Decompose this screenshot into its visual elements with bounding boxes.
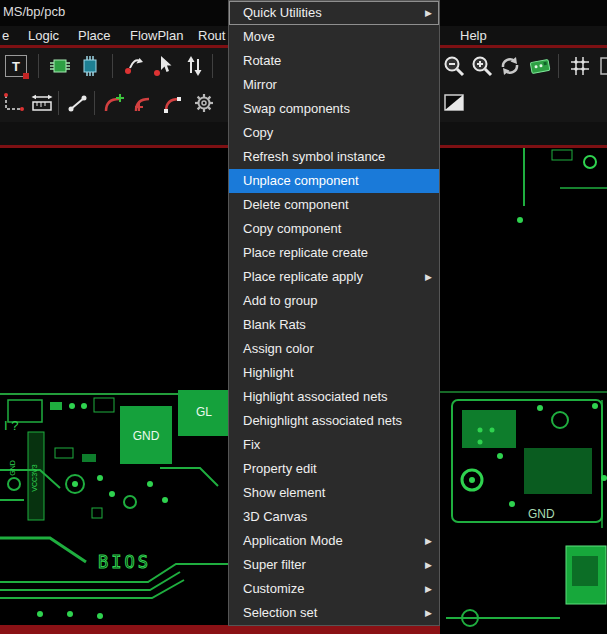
gnd-label-left: GND	[133, 429, 160, 443]
zoom-in-icon	[470, 54, 494, 78]
clipped-toolbar-button[interactable]	[596, 52, 607, 80]
ruler-button[interactable]	[28, 89, 56, 117]
gnd-label-partial: GL	[196, 405, 212, 419]
context-menu-item-copy[interactable]: Copy	[229, 121, 439, 145]
menu-file-partial[interactable]: e	[2, 26, 9, 45]
move-cursor-icon	[152, 54, 176, 78]
submenu-arrow-icon: ▶	[425, 1, 432, 25]
toolbar-separator	[558, 54, 559, 78]
window-title: MS/bp/pcb	[3, 4, 65, 19]
segment-icon	[66, 91, 90, 115]
context-menu-item-dehighlight-associated-nets[interactable]: Dehighlight associated nets	[229, 409, 439, 433]
context-menu-item-application-mode[interactable]: Application Mode ▶	[229, 529, 439, 553]
context-menu-item-highlight[interactable]: Highlight	[229, 361, 439, 385]
context-menu-item-assign-color[interactable]: Assign color	[229, 337, 439, 361]
component-teal-icon	[78, 54, 102, 78]
context-menu-item-place-replicate-create[interactable]: Place replicate create	[229, 241, 439, 265]
menu-item-label: Move	[243, 29, 275, 44]
menu-item-label: Add to group	[243, 293, 317, 308]
grid-toggle-button[interactable]	[566, 52, 594, 80]
menu-item-label: Highlight	[243, 365, 294, 380]
segment-button[interactable]	[64, 89, 92, 117]
settings-button[interactable]	[190, 89, 218, 117]
context-menu-item-delete-component[interactable]: Delete component	[229, 193, 439, 217]
toolbar-separator	[112, 54, 113, 78]
zoom-out-button[interactable]	[440, 52, 468, 80]
menu-flowplan[interactable]: FlowPlan	[130, 26, 183, 45]
shade-mode-button[interactable]	[440, 89, 468, 117]
context-menu-item-swap-components[interactable]: Swap components	[229, 97, 439, 121]
pcb-board-icon	[528, 54, 552, 78]
gnd-label-right: GND	[528, 507, 555, 521]
toolbar-separator	[38, 54, 39, 78]
context-menu-item-selection-set[interactable]: Selection set ▶	[229, 601, 439, 625]
submenu-arrow-icon: ▶	[425, 529, 432, 553]
redraw-button[interactable]	[496, 52, 524, 80]
context-menu-item-super-filter[interactable]: Super filter ▶	[229, 553, 439, 577]
menu-item-label: Assign color	[243, 341, 314, 356]
fillet-edit-icon	[132, 91, 156, 115]
text-tool-icon: T	[5, 55, 27, 77]
menu-item-label: Show element	[243, 485, 325, 500]
dimension-button[interactable]	[0, 89, 28, 117]
menu-item-label: 3D Canvas	[243, 509, 307, 524]
fillet-nodes-button[interactable]	[160, 89, 188, 117]
gnd-vertical-label: GND	[9, 460, 16, 476]
context-menu-item-show-element[interactable]: Show element	[229, 481, 439, 505]
submenu-arrow-icon: ▶	[425, 577, 432, 601]
context-menu-item-3d-canvas[interactable]: 3D Canvas	[229, 505, 439, 529]
context-menu-item-property-edit[interactable]: Property edit	[229, 457, 439, 481]
context-menu-item-quick-utilities[interactable]: Quick Utilities ▶	[229, 1, 439, 25]
menu-item-label: Unplace component	[243, 173, 359, 188]
fillet-edit-button[interactable]	[130, 89, 158, 117]
ruler-icon	[30, 91, 54, 115]
menu-item-label: Customize	[243, 581, 304, 596]
menu-item-label: Dehighlight associated nets	[243, 413, 402, 428]
text-tool-button[interactable]: T	[2, 52, 30, 80]
dimension-icon	[2, 91, 26, 115]
zoom-in-button[interactable]	[468, 52, 496, 80]
toolbar-separator	[212, 54, 213, 78]
context-menu-item-mirror[interactable]: Mirror	[229, 73, 439, 97]
slide-button[interactable]	[120, 52, 148, 80]
menu-item-label: Highlight associated nets	[243, 389, 388, 404]
menu-item-label: Refresh symbol instance	[243, 149, 385, 164]
menu-item-label: Place replicate create	[243, 245, 368, 260]
menu-item-label: Mirror	[243, 77, 277, 92]
menu-route[interactable]: Rout	[198, 26, 225, 45]
context-menu-item-add-to-group[interactable]: Add to group	[229, 289, 439, 313]
board-view-button[interactable]	[526, 52, 554, 80]
menu-place[interactable]: Place	[78, 26, 111, 45]
menu-item-label: Rotate	[243, 53, 281, 68]
fillet-add-icon	[102, 91, 126, 115]
menu-item-label: Blank Rats	[243, 317, 306, 332]
menu-item-label: Selection set	[243, 605, 317, 620]
menu-help[interactable]: Help	[460, 26, 487, 45]
context-menu-item-highlight-associated-nets[interactable]: Highlight associated nets	[229, 385, 439, 409]
context-menu-item-customize[interactable]: Customize ▶	[229, 577, 439, 601]
component-green-icon	[48, 54, 72, 78]
fillet-add-button[interactable]	[100, 89, 128, 117]
place-module-button[interactable]	[76, 52, 104, 80]
context-menu-item-rotate[interactable]: Rotate	[229, 49, 439, 73]
spin-button[interactable]	[180, 52, 208, 80]
refresh-icon	[498, 54, 522, 78]
menu-item-label: Delete component	[243, 197, 349, 212]
context-menu-item-unplace-component[interactable]: Unplace component	[229, 169, 439, 193]
grid-icon	[568, 54, 592, 78]
context-menu-item-copy-component[interactable]: Copy component	[229, 217, 439, 241]
silkscreen-marking: I ?	[4, 418, 18, 433]
submenu-arrow-icon: ▶	[425, 601, 432, 625]
context-menu-item-fix[interactable]: Fix	[229, 433, 439, 457]
context-menu-item-place-replicate-apply[interactable]: Place replicate apply ▶	[229, 265, 439, 289]
context-menu-item-move[interactable]: Move	[229, 25, 439, 49]
move-button[interactable]	[150, 52, 178, 80]
context-menu-item-refresh-symbol-instance[interactable]: Refresh symbol instance	[229, 145, 439, 169]
toolbar-separator	[58, 91, 59, 115]
layer-icon	[598, 54, 607, 78]
menu-logic[interactable]: Logic	[28, 26, 59, 45]
gear-icon	[192, 91, 216, 115]
place-component-button[interactable]	[46, 52, 74, 80]
context-menu-item-blank-rats[interactable]: Blank Rats	[229, 313, 439, 337]
spin-arrows-icon	[182, 54, 206, 78]
